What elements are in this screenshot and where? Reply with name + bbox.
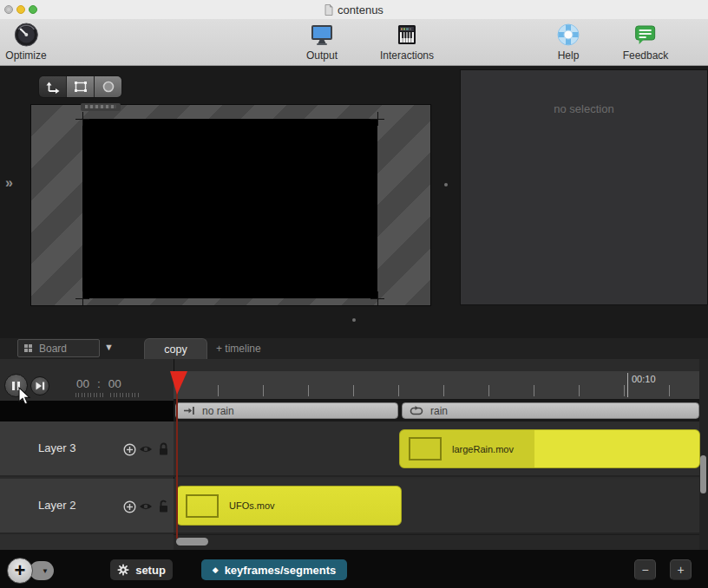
inspector-panel: no selection: [460, 69, 708, 305]
document-icon: [324, 4, 333, 16]
move-tool-button[interactable]: [39, 76, 67, 97]
panel-resize-handle-dot[interactable]: [352, 318, 356, 322]
tab-copy[interactable]: copy: [144, 338, 207, 359]
plus-circle-icon: [123, 443, 136, 456]
add-layer-dropdown[interactable]: ▼: [30, 561, 54, 580]
board-grid-icon: [24, 344, 32, 352]
vertical-scrollbar-track[interactable]: [699, 359, 708, 550]
canvas-preview-panel[interactable]: [30, 104, 431, 306]
add-keyframe-button[interactable]: [122, 500, 136, 513]
corner-mark: [82, 112, 83, 126]
layer-header-footer: [0, 534, 174, 550]
ruler-major-tick: [627, 373, 628, 397]
lock-closed-icon: [157, 442, 170, 456]
window-title: contenus: [338, 3, 384, 16]
corner-mark: [82, 291, 83, 305]
layer-name: Layer 3: [38, 441, 75, 454]
plus-icon: +: [15, 561, 26, 580]
layer-lock-toggle[interactable]: [156, 500, 170, 513]
clipped-canvas-label: [81, 103, 121, 111]
piano-keyboard-icon: [394, 22, 420, 48]
layer-name: Layer 2: [38, 499, 75, 512]
mouse-cursor: [18, 387, 32, 406]
add-keyframe-button[interactable]: [122, 442, 136, 456]
move-arrows-icon: [45, 80, 60, 94]
toolbar-item-feedback[interactable]: Feedback: [623, 22, 669, 62]
board-dropdown-icon[interactable]: ▼: [104, 342, 114, 352]
toolbar-label: Interactions: [380, 49, 434, 62]
board-button[interactable]: Board: [17, 339, 100, 357]
layer-row-header: Layer 3: [0, 421, 174, 477]
vertical-scrollbar-thumb[interactable]: [700, 455, 706, 493]
timecode-scrubber-ticks[interactable]: [75, 393, 105, 397]
bottom-bar: ▼ + setup ◆ keyframes/segments: [0, 550, 708, 588]
life-ring-icon: [555, 22, 581, 48]
main-toolbar: Optimize Output: [0, 19, 708, 66]
loop-icon: [410, 406, 423, 415]
timeline-ruler[interactable]: 00:10: [174, 371, 699, 401]
timecode-separator: :: [97, 377, 101, 390]
panel-resize-handle-dot[interactable]: [444, 183, 448, 186]
clip-ufos[interactable]: UFOs.mov: [176, 486, 402, 526]
timeline-zoom-out-button[interactable]: −: [634, 559, 656, 580]
eye-icon: [139, 444, 153, 454]
board-button-label: Board: [39, 343, 67, 355]
transform-tool-button[interactable]: [67, 76, 95, 97]
expand-sidebar-chevron[interactable]: »: [5, 175, 12, 191]
layer-visibility-toggle[interactable]: [139, 442, 153, 456]
toolbar-item-help[interactable]: Help: [555, 22, 581, 62]
playhead-handle[interactable]: [170, 371, 187, 395]
playhead-line[interactable]: [176, 372, 178, 539]
corner-mark: [377, 112, 378, 126]
horizontal-scrollbar-thumb[interactable]: [176, 538, 208, 546]
title-bar: contenus: [0, 0, 708, 19]
diamond-icon: ◆: [213, 565, 219, 574]
timecode-minutes[interactable]: 00: [76, 377, 89, 390]
clip-label: largeRain.mov: [452, 444, 514, 454]
timeline-tab-bar: Board ▼ copy + timeline: [0, 338, 708, 359]
layer-visibility-toggle[interactable]: [139, 500, 153, 513]
ruler-time-label: 00:10: [632, 374, 656, 384]
horizontal-scrollbar-track[interactable]: [174, 534, 699, 550]
add-timeline-button[interactable]: + timeline: [216, 343, 261, 355]
toolbar-item-interactions[interactable]: Interactions: [380, 22, 434, 62]
skip-forward-button[interactable]: [30, 376, 49, 395]
circle-mask-icon: [102, 81, 115, 93]
lock-open-icon: [157, 500, 170, 513]
segment-no-rain[interactable]: no rain: [175, 402, 398, 419]
timeline-zoom-in-button[interactable]: +: [670, 559, 692, 580]
monitor-icon: [309, 22, 335, 48]
feedback-bubble-icon: [633, 22, 659, 48]
layer-lock-toggle[interactable]: [156, 442, 170, 456]
plus-icon: +: [677, 563, 684, 577]
clip-largerain[interactable]: largeRain.mov: [399, 429, 700, 468]
keyframes-segments-label: keyframes/segments: [225, 564, 337, 577]
mask-tool-button[interactable]: [95, 76, 121, 97]
canvas-tool-segmented-control: [38, 75, 122, 98]
clip-thumbnail: [186, 494, 219, 518]
setup-label: setup: [135, 564, 166, 577]
timecode-display[interactable]: 00 : 00: [76, 377, 121, 390]
toolbar-item-output[interactable]: Output: [306, 22, 338, 62]
corner-mark: [377, 291, 378, 305]
layer-row-header: Layer 2: [0, 479, 174, 534]
toolbar-item-optimize[interactable]: Optimize: [5, 22, 46, 62]
clip-label: UFOs.mov: [229, 500, 275, 511]
dropdown-triangle-icon: ▼: [42, 567, 49, 575]
minus-icon: −: [641, 563, 648, 577]
add-layer-button[interactable]: +: [7, 558, 33, 584]
clip-thumbnail: [409, 437, 442, 461]
segment-label: no rain: [202, 405, 234, 417]
timecode-scrubber-ticks[interactable]: [110, 393, 140, 397]
segment-label: rain: [430, 405, 448, 417]
gauge-icon: [13, 22, 39, 48]
plus-circle-icon: [123, 500, 136, 513]
toolbar-label: Optimize: [5, 49, 46, 62]
canvas-stage[interactable]: [82, 119, 377, 298]
keyframes-segments-button[interactable]: ◆ keyframes/segments: [201, 559, 347, 580]
segment-rain[interactable]: rain: [402, 402, 699, 419]
no-selection-text: no selection: [461, 102, 707, 115]
setup-button[interactable]: setup: [110, 559, 173, 580]
timecode-seconds[interactable]: 00: [108, 377, 121, 390]
play-to-end-icon: [183, 406, 195, 415]
